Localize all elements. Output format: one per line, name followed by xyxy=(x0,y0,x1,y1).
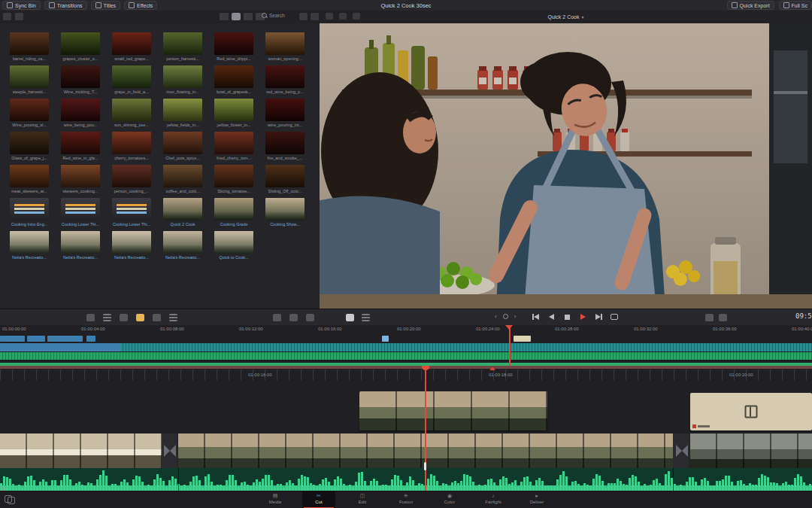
media-clip-thumbnail[interactable] xyxy=(163,132,202,154)
media-clip[interactable]: Cooking Intro Eng... xyxy=(10,198,49,227)
edit-marker[interactable] xyxy=(489,367,495,370)
media-clip-thumbnail[interactable] xyxy=(112,32,151,55)
media-clip-thumbnail[interactable] xyxy=(112,165,151,187)
v1-clip-c[interactable] xyxy=(690,433,812,468)
media-clip[interactable]: barrel_riding_ca... xyxy=(10,32,49,61)
media-clip[interactable]: yellow_flower_in... xyxy=(214,99,253,127)
media-clip-thumbnail[interactable] xyxy=(163,231,202,254)
v1-clip-a[interactable] xyxy=(0,433,162,468)
media-clip-thumbnail[interactable] xyxy=(61,165,100,187)
tab-fusion[interactable]: ✳Fusion xyxy=(389,491,423,508)
media-clip-thumbnail[interactable] xyxy=(163,32,202,55)
snap-icon[interactable] xyxy=(136,314,144,321)
media-clip-thumbnail[interactable] xyxy=(112,99,151,121)
media-clip[interactable]: sun_shining_ove... xyxy=(112,99,151,127)
media-clip[interactable]: grape_in_field_a... xyxy=(112,65,151,94)
new-bin-icon[interactable] xyxy=(15,13,23,20)
media-clip-thumbnail[interactable] xyxy=(265,198,304,221)
viewer-video-frame[interactable] xyxy=(320,23,812,309)
media-clip-thumbnail[interactable] xyxy=(10,32,49,55)
media-clip[interactable]: red_wine_being_p... xyxy=(265,65,304,94)
step-forward-icon[interactable]: › xyxy=(514,313,517,320)
timeline-zoomed[interactable]: 01:00:16:0001:00:18:0001:00:20:00 xyxy=(0,366,812,491)
tab-deliver[interactable]: ▸Deliver xyxy=(520,491,553,508)
media-clip-thumbnail[interactable] xyxy=(61,231,100,254)
transition-dissolve-icon-2[interactable] xyxy=(673,433,690,468)
transitions-button[interactable]: Transitions xyxy=(44,1,87,10)
media-clip[interactable]: Wine_trickling_T... xyxy=(61,65,100,94)
tab-cut[interactable]: ✂Cut xyxy=(302,491,335,508)
media-clip[interactable]: skewers_cooking... xyxy=(61,165,100,193)
media-clip-thumbnail[interactable] xyxy=(61,32,100,55)
media-clip[interactable]: cherry_tomatoes... xyxy=(112,132,151,160)
media-clip-thumbnail[interactable] xyxy=(10,99,49,121)
loop-button[interactable] xyxy=(610,312,619,321)
media-clip-thumbnail[interactable] xyxy=(10,231,49,254)
media-clip-thumbnail[interactable] xyxy=(265,65,304,88)
search-field[interactable]: Search xyxy=(262,13,285,18)
media-clip-thumbnail[interactable] xyxy=(163,165,202,187)
media-clip[interactable]: Quick to Cook... xyxy=(214,231,253,260)
transition-dissolve-icon[interactable] xyxy=(162,433,178,468)
jog-dot-icon[interactable] xyxy=(503,314,508,319)
media-clip[interactable]: small_red_grape... xyxy=(112,32,151,61)
media-clip-thumbnail[interactable] xyxy=(214,99,253,121)
media-clip[interactable]: steeple_harvesti... xyxy=(10,65,49,94)
media-clip-thumbnail[interactable] xyxy=(112,198,151,221)
play-reverse-button[interactable] xyxy=(547,312,556,321)
media-clip-thumbnail[interactable] xyxy=(10,165,49,187)
media-clip[interactable]: Wine_pouring_sl... xyxy=(10,99,49,127)
media-clip[interactable]: wine_pouring_int... xyxy=(265,99,304,127)
media-clip-thumbnail[interactable] xyxy=(214,198,253,221)
media-clip[interactable]: Glass_of_grape_j... xyxy=(10,132,49,160)
media-clip-thumbnail[interactable] xyxy=(265,99,304,121)
pointer-icon[interactable] xyxy=(86,314,95,321)
media-clip-thumbnail[interactable] xyxy=(61,99,100,121)
viewer-header[interactable]: Quick 2 Cook ▾ xyxy=(320,11,812,23)
timeline-options-icon[interactable] xyxy=(362,314,370,321)
zoom-fit-icon[interactable] xyxy=(306,314,314,321)
media-clip[interactable]: wine_being_pou... xyxy=(61,99,100,127)
media-clip[interactable]: yellow_fields_in... xyxy=(163,99,202,127)
media-clip-thumbnail[interactable] xyxy=(163,99,202,121)
media-clip[interactable]: Red_wine_drippi... xyxy=(214,32,253,61)
media-clip[interactable]: Chef_puts_spice... xyxy=(163,132,202,160)
jog-controls[interactable]: ‹ › xyxy=(495,313,516,320)
overview-clip[interactable] xyxy=(86,336,95,342)
media-clip[interactable]: meat_skewers_at... xyxy=(10,165,49,193)
media-clip-thumbnail[interactable] xyxy=(214,32,253,55)
media-clip[interactable]: bowl_of_grapesk... xyxy=(214,65,253,94)
full-sc-button[interactable]: Full Sc xyxy=(779,1,812,10)
media-clip-thumbnail[interactable] xyxy=(265,165,304,187)
trim-icon[interactable] xyxy=(120,314,128,321)
timeline-overview[interactable]: 01:00:00:0001:00:04:0001:00:08:0001:00:1… xyxy=(0,325,812,366)
overview-clip[interactable] xyxy=(27,336,45,342)
media-clip[interactable]: coffee_and_cold... xyxy=(163,165,202,193)
sort-icon[interactable] xyxy=(299,13,308,20)
media-clip[interactable]: river_floating_in... xyxy=(163,65,202,94)
thumbnail-view-icon[interactable] xyxy=(232,13,241,20)
media-clip-thumbnail[interactable] xyxy=(10,132,49,154)
media-clip-thumbnail[interactable] xyxy=(163,65,202,88)
timeline-view-icon[interactable] xyxy=(273,314,281,321)
media-clip[interactable]: Cooking Show... xyxy=(265,198,304,227)
media-clip[interactable]: Nelia's Recreatio... xyxy=(10,231,49,260)
media-clip-thumbnail[interactable] xyxy=(61,198,100,221)
media-clip-thumbnail[interactable] xyxy=(214,65,253,88)
source-tape-icon[interactable] xyxy=(326,13,333,20)
media-clip-thumbnail[interactable] xyxy=(61,65,100,88)
camera-cut-icon[interactable] xyxy=(719,314,727,321)
stop-button[interactable] xyxy=(562,312,571,321)
first-frame-button[interactable] xyxy=(531,312,540,321)
overview-ruler[interactable]: 01:00:00:0001:00:04:0001:00:08:0001:00:1… xyxy=(0,325,812,336)
media-clip[interactable]: woman_opening... xyxy=(265,32,304,61)
media-clip[interactable]: Slicing_tomatoe... xyxy=(214,165,253,193)
tools-icon[interactable] xyxy=(169,314,177,321)
overview-clip[interactable] xyxy=(47,336,83,342)
media-clip[interactable]: Cooking Lower Thi... xyxy=(112,198,151,227)
media-clip[interactable]: Quick 2 Cook xyxy=(163,198,202,227)
media-clip-thumbnail[interactable] xyxy=(10,198,49,221)
media-clip-thumbnail[interactable] xyxy=(265,132,304,154)
sync-bin-button[interactable]: Sync Bin xyxy=(2,1,41,10)
audio-track[interactable] xyxy=(0,468,812,491)
